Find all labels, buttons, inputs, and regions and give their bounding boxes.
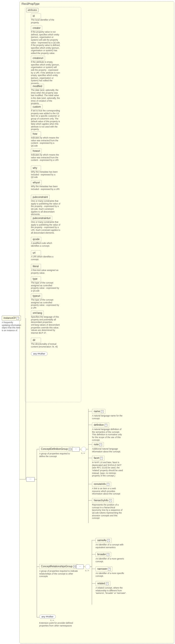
attr-why: why [31, 166, 41, 171]
connector [92, 540, 92, 605]
attr-how: how [31, 131, 41, 136]
group-label: ConceptRelationshipsGroup [41, 565, 72, 568]
expand-icon: + [105, 424, 107, 426]
connector [92, 554, 96, 554]
attr-desc: A free-text value assigned as property v… [31, 269, 61, 274]
attr-xml-lang: xml:lang [31, 311, 44, 316]
child-note: note+ [92, 442, 104, 447]
attr-id: id [31, 14, 41, 19]
cardinality: 0..∞ [50, 619, 54, 621]
attr-desc: If set to true the corresponding propert… [31, 109, 61, 131]
child-desc: Additional natural language information … [92, 448, 123, 453]
attr-pubconstrainturi: pubconstrainturi [31, 216, 52, 221]
connector [74, 566, 76, 567]
attr-whyuri: whyuri [31, 180, 42, 185]
expand-icon: − [16, 317, 19, 320]
attr-desc: A qualified code which identifies a conc… [31, 242, 61, 247]
child-narrower: narrower+ [96, 566, 112, 571]
connector [88, 444, 92, 445]
connector [34, 479, 37, 479]
attr-desc: The directionality of textual content (e… [31, 343, 61, 348]
connector [37, 617, 39, 617]
attr-literal: literal [31, 264, 41, 269]
child-related: related+ [96, 581, 110, 586]
expand-icon: + [107, 539, 110, 542]
child-broader: broader+ [96, 552, 111, 557]
connector [37, 449, 39, 449]
any-group: any ##other [39, 615, 56, 619]
root-label: instanceOf [4, 317, 16, 319]
connector [37, 449, 37, 617]
attr-desc: The type of the concept assigned as cont… [31, 281, 61, 292]
attributes-label: attributes [28, 9, 37, 11]
attr-custom: custom [31, 104, 42, 109]
sequence-icon: ⋯ [26, 477, 35, 482]
attr-creator: creator [31, 26, 42, 31]
attr-howuri: howuri [31, 149, 42, 154]
connector [92, 540, 96, 540]
child-sameas: sameAs+ [96, 538, 112, 543]
attr-desc: One or many constraints that apply to pu… [31, 200, 61, 216]
attr-desc: Specifies the language of this property … [31, 316, 61, 334]
group-label: ConceptDefinitionGroup [41, 448, 68, 450]
connector [37, 566, 39, 567]
group-desc: A group of properties required to indica… [39, 570, 79, 578]
child-desc: A related concept, where the relationshi… [96, 587, 127, 595]
connector [88, 484, 92, 484]
group-concept-relationships: ConceptRelationshipsGroup− [39, 564, 78, 569]
attributes-header: attributes [26, 8, 38, 12]
child-facet: facet+ [92, 456, 105, 461]
expand-icon: + [108, 568, 111, 570]
attr-desc: A URI which identifies a concept. [31, 255, 61, 261]
child-desc: An identifier of a more specific concept… [96, 572, 127, 577]
expand-icon: + [107, 483, 109, 486]
cardinality: 0..∞ [81, 452, 85, 454]
child-desc: An identifier of a more generic concept. [96, 557, 127, 563]
connector [86, 449, 88, 449]
expand-icon: + [101, 410, 104, 413]
connector [18, 318, 19, 318]
attr-any---other: any ##other [31, 352, 48, 356]
child-desc: An identifier of a concept with equivale… [96, 543, 127, 549]
sequence-icon: ⋯ [72, 447, 80, 452]
connector [88, 500, 92, 500]
child-definition: definition+ [92, 422, 109, 427]
connector [88, 458, 92, 458]
attr-desc: The type of the concept assigned as cont… [31, 299, 61, 309]
expand-icon: + [99, 443, 102, 446]
choice-icon [81, 447, 86, 452]
any-desc: Extension point for provider-defined pro… [39, 622, 74, 627]
attr-desc: Why the metadata has been included - exp… [31, 171, 61, 179]
attr-modified: modified [31, 84, 44, 89]
connector [79, 449, 81, 449]
connector [26, 318, 26, 479]
connector [69, 449, 72, 449]
attr-creatoruri: creatoruri [31, 56, 45, 61]
expand-icon: + [109, 499, 112, 502]
cardinality: 0..∞ [85, 569, 89, 572]
child-desc: A natural language name for the concept. [92, 414, 123, 420]
child-desc: In NAR 1.8 and later, facet is deprecate… [92, 461, 123, 477]
connector [88, 425, 92, 425]
sequence-icon: ⋯ [76, 564, 84, 569]
attr-desc: If the property value is not defined, sp… [31, 31, 61, 55]
root-desc: A frequently updating information object… [2, 321, 21, 332]
connector [90, 566, 92, 567]
attr-desc: One or many constraints that apply to pu… [31, 221, 61, 234]
attr-desc: The date (and, optionally, the time) whe… [31, 89, 61, 105]
expand-icon: + [106, 582, 109, 585]
attr-desc: The local identifier of the property. [31, 19, 61, 24]
attr-uri: uri [31, 250, 41, 255]
connector [92, 583, 96, 584]
type-label: Flex1PropType [22, 3, 39, 5]
group-concept-definition: ConceptDefinitionGroup− [39, 447, 73, 452]
attr-desc: Indicates by which means the value was e… [31, 136, 61, 147]
choice-icon [85, 564, 90, 569]
connector [88, 409, 89, 523]
child-desc: A link to an item or a web resource whic… [92, 487, 123, 495]
attr-qcode: qcode [31, 237, 41, 242]
expand-icon: + [100, 457, 103, 460]
child-hierarchyinfo: hierarchyInfo+ [92, 498, 114, 503]
connector [92, 569, 96, 569]
child-desc: Represents the position of a concept in … [92, 504, 123, 520]
